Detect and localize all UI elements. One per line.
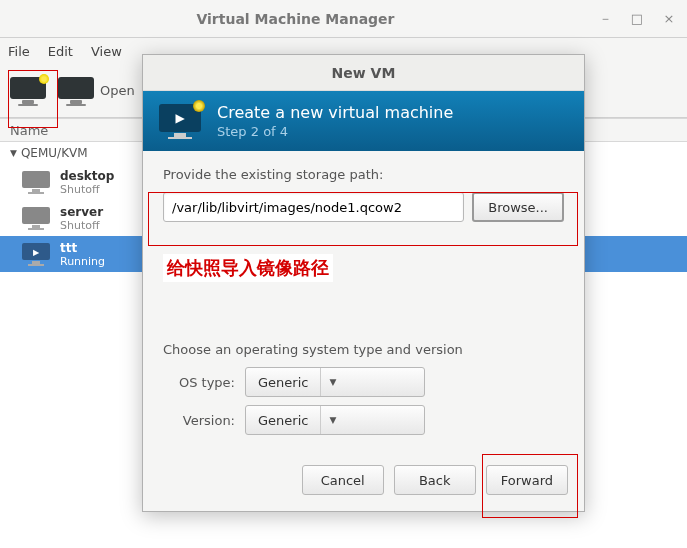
dialog-footer: Cancel Back Forward <box>143 453 584 511</box>
os-type-label: OS type: <box>163 375 235 390</box>
vm-name: ttt <box>60 241 105 255</box>
create-vm-icon <box>159 104 201 139</box>
storage-path-label: Provide the existing storage path: <box>163 167 564 182</box>
monitor-icon <box>58 77 94 105</box>
group-label: QEMU/KVM <box>21 146 88 160</box>
banner-step: Step 2 of 4 <box>217 124 453 139</box>
storage-path-input[interactable] <box>163 192 464 222</box>
vm-off-icon <box>22 171 50 193</box>
version-combo[interactable]: Generic ▼ <box>245 405 425 435</box>
version-label: Version: <box>163 413 235 428</box>
chevron-down-icon: ▼ <box>320 406 344 434</box>
os-type-value: Generic <box>246 375 320 390</box>
vm-state: Running <box>60 255 105 268</box>
menu-edit[interactable]: Edit <box>48 44 73 59</box>
back-button[interactable]: Back <box>394 465 476 495</box>
maximize-button[interactable]: □ <box>627 9 647 29</box>
banner-title: Create a new virtual machine <box>217 103 453 122</box>
browse-button[interactable]: Browse... <box>472 192 564 222</box>
open-label: Open <box>100 83 135 98</box>
menu-file[interactable]: File <box>8 44 30 59</box>
os-type-combo[interactable]: Generic ▼ <box>245 367 425 397</box>
vm-state: Shutoff <box>60 219 103 232</box>
menu-view[interactable]: View <box>91 44 122 59</box>
minimize-button[interactable]: － <box>595 9 615 29</box>
window-title: Virtual Machine Manager <box>8 11 583 27</box>
version-value: Generic <box>246 413 320 428</box>
os-section-label: Choose an operating system type and vers… <box>163 342 564 357</box>
vm-name: desktop <box>60 169 114 183</box>
dialog-banner: Create a new virtual machine Step 2 of 4 <box>143 91 584 151</box>
dialog-title: New VM <box>143 55 584 91</box>
vm-off-icon <box>22 207 50 229</box>
new-vm-icon <box>10 77 46 105</box>
new-vm-button[interactable] <box>10 77 46 105</box>
vm-name: server <box>60 205 103 219</box>
annotation-text: 给快照导入镜像路径 <box>163 254 333 282</box>
new-vm-dialog: New VM Create a new virtual machine Step… <box>142 54 585 512</box>
vm-state: Shutoff <box>60 183 114 196</box>
cancel-button[interactable]: Cancel <box>302 465 384 495</box>
forward-button[interactable]: Forward <box>486 465 568 495</box>
expand-triangle-icon: ▼ <box>10 148 17 158</box>
close-button[interactable]: × <box>659 9 679 29</box>
open-vm-button[interactable]: Open <box>58 77 135 105</box>
main-window-titlebar: Virtual Machine Manager － □ × <box>0 0 687 38</box>
vm-running-icon <box>22 243 50 265</box>
chevron-down-icon: ▼ <box>320 368 344 396</box>
